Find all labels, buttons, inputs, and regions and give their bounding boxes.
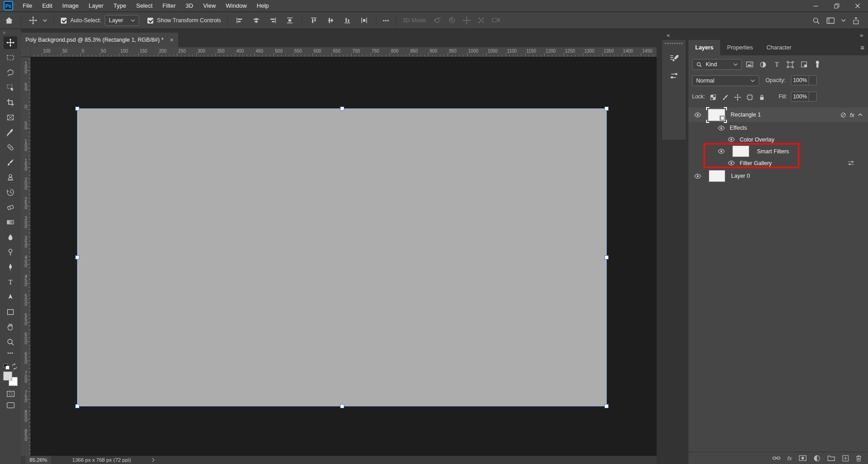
edit-toolbar-button[interactable]: ••• bbox=[7, 351, 14, 360]
gradient-tool[interactable] bbox=[4, 216, 17, 229]
fill-field[interactable]: 100% bbox=[791, 92, 809, 102]
collapse-panels-icon[interactable]: » bbox=[860, 32, 863, 39]
default-colors-icon[interactable] bbox=[4, 364, 10, 370]
transform-handle-middle-right[interactable] bbox=[605, 255, 609, 259]
clone-stamp-tool[interactable] bbox=[4, 171, 17, 184]
home-icon[interactable] bbox=[4, 15, 15, 26]
layer-row-rectangle-1[interactable]: Rectangle 1 fx bbox=[688, 107, 868, 122]
type-layer-filter-icon[interactable]: T bbox=[772, 61, 781, 68]
screen-mode-icon[interactable] bbox=[6, 402, 15, 409]
transform-handle-middle-left[interactable] bbox=[75, 255, 79, 259]
restore-window-icon[interactable] bbox=[826, 0, 847, 12]
menu-type[interactable]: Type bbox=[108, 0, 131, 12]
vertical-ruler[interactable]: 1 0 05 005 01 0 01 5 02 0 02 5 03 0 03 5… bbox=[21, 57, 31, 456]
align-left-edges-icon[interactable] bbox=[234, 15, 245, 26]
menu-filter[interactable]: Filter bbox=[157, 0, 180, 12]
filter-gallery-label[interactable]: Filter Gallery bbox=[740, 160, 772, 166]
history-brush-tool[interactable] bbox=[4, 186, 17, 199]
brushes-panel-icon[interactable] bbox=[669, 71, 679, 81]
document-tab[interactable]: Poly Backgrond.psd @ 85.3% (Rectangle 1,… bbox=[21, 33, 178, 47]
layer-thumbnail[interactable] bbox=[709, 170, 725, 182]
menu-file[interactable]: File bbox=[18, 0, 37, 12]
layer-name[interactable]: Rectangle 1 bbox=[731, 112, 761, 118]
ruler-corner[interactable] bbox=[21, 47, 31, 57]
rectangular-marquee-tool[interactable] bbox=[4, 51, 17, 64]
spot-healing-brush-tool[interactable] bbox=[4, 141, 17, 154]
distribute-horizontally-icon[interactable] bbox=[284, 15, 295, 26]
menu-help[interactable]: Help bbox=[252, 0, 274, 12]
zoom-level-field[interactable]: 85.26% bbox=[25, 456, 51, 464]
visibility-eye-icon[interactable] bbox=[727, 137, 735, 142]
show-transform-checkbox[interactable] bbox=[147, 18, 153, 24]
new-adjustment-layer-icon[interactable] bbox=[814, 455, 820, 462]
transform-handle-bottom-center[interactable] bbox=[340, 404, 344, 408]
align-horizontal-centers-icon[interactable] bbox=[251, 15, 262, 26]
lock-all-icon[interactable] bbox=[758, 94, 766, 101]
visibility-eye-icon[interactable] bbox=[717, 126, 725, 131]
tab-layers[interactable]: Layers bbox=[688, 40, 720, 55]
delete-layer-icon[interactable] bbox=[856, 455, 862, 462]
pixel-layer-filter-icon[interactable] bbox=[745, 60, 754, 68]
distribute-vertically-icon[interactable] bbox=[359, 15, 370, 26]
align-right-edges-icon[interactable] bbox=[268, 15, 278, 26]
layer-row-filter-gallery[interactable]: Filter Gallery bbox=[688, 157, 868, 169]
workspace-icon[interactable] bbox=[826, 17, 835, 24]
status-expand-icon[interactable] bbox=[152, 458, 155, 462]
lasso-tool[interactable] bbox=[4, 66, 17, 79]
transform-handle-bottom-left[interactable] bbox=[75, 404, 79, 408]
filter-toggle-icon[interactable] bbox=[813, 60, 822, 69]
lock-image-pixels-icon[interactable] bbox=[722, 94, 729, 101]
new-layer-icon[interactable] bbox=[842, 455, 849, 462]
blur-tool[interactable] bbox=[4, 231, 17, 244]
visibility-eye-icon[interactable] bbox=[694, 174, 702, 179]
transform-handle-top-right[interactable] bbox=[605, 107, 609, 111]
path-selection-tool[interactable] bbox=[4, 291, 17, 303]
visibility-eye-icon[interactable] bbox=[727, 161, 735, 166]
move-tool[interactable] bbox=[4, 36, 17, 49]
menu-edit[interactable]: Edit bbox=[37, 0, 57, 12]
menu-view[interactable]: View bbox=[198, 0, 221, 12]
link-layers-icon[interactable] bbox=[772, 456, 780, 460]
layer-row-smart-filters[interactable]: Smart Filters bbox=[688, 145, 868, 157]
filter-blending-options-icon[interactable] bbox=[848, 160, 868, 166]
eyedropper-tool[interactable] bbox=[4, 126, 17, 139]
canvas-viewport[interactable] bbox=[31, 57, 657, 456]
menu-layer[interactable]: Layer bbox=[84, 0, 109, 12]
tab-properties[interactable]: Properties bbox=[720, 40, 760, 55]
color-swatches[interactable] bbox=[3, 371, 18, 386]
menu-window[interactable]: Window bbox=[221, 0, 252, 12]
opacity-field[interactable]: 100% bbox=[791, 75, 809, 85]
crop-tool[interactable] bbox=[4, 96, 17, 109]
color-overlay-label[interactable]: Color Overlay bbox=[740, 137, 774, 143]
more-align-options-button[interactable]: ••• bbox=[383, 18, 390, 23]
opacity-chevron-icon[interactable] bbox=[809, 75, 817, 85]
object-selection-tool[interactable] bbox=[4, 81, 17, 94]
smart-object-filter-icon[interactable] bbox=[799, 61, 809, 68]
type-tool[interactable]: T bbox=[4, 276, 17, 288]
layer-name[interactable]: Layer 0 bbox=[731, 173, 750, 179]
visibility-eye-icon[interactable] bbox=[717, 149, 725, 154]
shape-layer-filter-icon[interactable] bbox=[785, 61, 795, 68]
blend-mode-dropdown[interactable]: Normal bbox=[692, 75, 759, 86]
pen-tool[interactable] bbox=[4, 261, 17, 274]
expand-panels-icon[interactable]: « bbox=[667, 32, 670, 39]
brush-tool[interactable] bbox=[4, 156, 17, 169]
transform-handle-top-left[interactable] bbox=[75, 107, 79, 111]
frame-tool[interactable] bbox=[4, 111, 17, 124]
align-top-edges-icon[interactable] bbox=[308, 15, 319, 26]
smart-filters-label[interactable]: Smart Filters bbox=[757, 148, 789, 155]
swap-colors-icon[interactable] bbox=[11, 363, 18, 370]
chevron-up-icon[interactable] bbox=[858, 113, 863, 116]
lock-position-icon[interactable] bbox=[734, 94, 741, 101]
document-canvas-rectangle[interactable] bbox=[78, 109, 606, 406]
foreground-color-swatch[interactable] bbox=[3, 371, 12, 381]
layer-row-layer-0[interactable]: Layer 0 bbox=[688, 169, 868, 183]
align-bottom-edges-icon[interactable] bbox=[342, 15, 353, 26]
adjustment-layer-filter-icon[interactable] bbox=[758, 61, 768, 68]
fill-chevron-icon[interactable] bbox=[809, 92, 817, 102]
eraser-tool[interactable] bbox=[4, 201, 17, 214]
visibility-eye-icon[interactable] bbox=[694, 112, 702, 117]
transform-handle-top-center[interactable] bbox=[340, 107, 344, 111]
quick-mask-icon[interactable] bbox=[6, 391, 15, 397]
dodge-tool[interactable] bbox=[4, 246, 17, 259]
